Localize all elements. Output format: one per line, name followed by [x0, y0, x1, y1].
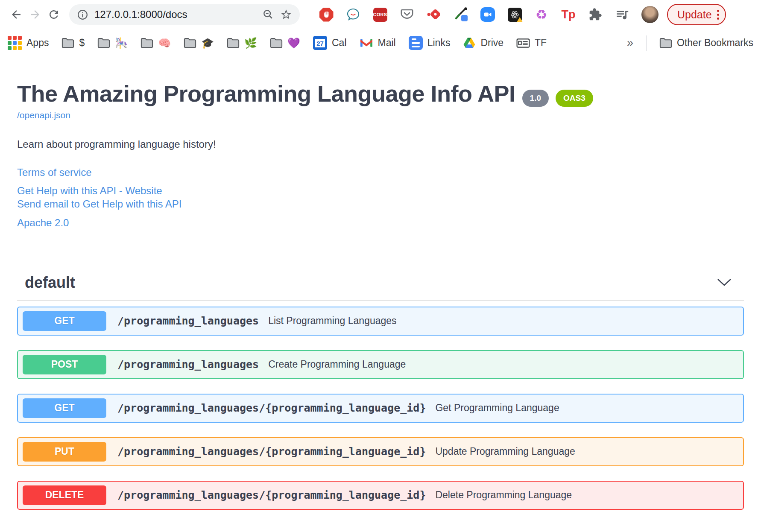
chat-bubble-icon[interactable] [345, 7, 361, 22]
cors-icon[interactable]: CORS [372, 7, 388, 22]
extensions-row: CORS [319, 6, 659, 23]
method-badge: DELETE [23, 485, 106, 505]
bookmark-tf[interactable]: TF [516, 37, 547, 49]
version-badge: 1.0 [522, 90, 549, 107]
reload-icon [47, 8, 60, 21]
endpoint-row-get-list[interactable]: GET /programming_languages List Programm… [17, 307, 744, 336]
endpoint-summary: Create Programming Language [268, 359, 406, 370]
address-bar[interactable]: 127.0.0.1:8000/docs [69, 4, 300, 25]
reload-button[interactable] [44, 5, 63, 24]
site-info-icon[interactable] [77, 9, 88, 20]
gmail-icon [360, 38, 373, 48]
endpoint-summary: Get Programming Language [435, 402, 559, 414]
terms-of-service-link[interactable]: Terms of service [17, 166, 92, 179]
folder-label: $ [79, 37, 85, 49]
apps-label: Apps [26, 37, 49, 49]
endpoint-path: /programming_languages/{programming_lang… [117, 445, 426, 458]
bookmarks-separator [646, 35, 647, 51]
zoom-meetings-icon[interactable] [480, 7, 495, 22]
tag-section-header[interactable]: default [17, 274, 744, 301]
forward-button[interactable] [26, 5, 44, 24]
bookmark-calendar[interactable]: 27 Cal [313, 36, 347, 50]
folder-label: 🌿 [244, 38, 257, 48]
method-badge: PUT [23, 442, 106, 462]
update-button[interactable]: Update [667, 4, 726, 25]
extensions-puzzle-icon[interactable] [588, 7, 603, 22]
folder-icon [61, 38, 74, 48]
method-badge: POST [23, 355, 106, 374]
api-title-row: The Amazing Programming Language Info AP… [17, 81, 744, 107]
url-text[interactable]: 127.0.0.1:8000/docs [94, 9, 256, 20]
tf-card-icon [516, 38, 530, 49]
other-bookmarks[interactable]: Other Bookmarks [659, 37, 753, 49]
warning-triangle-icon [517, 17, 523, 22]
apps-grid-icon [8, 36, 22, 50]
pocket-icon[interactable] [399, 7, 415, 22]
drive-icon [463, 37, 476, 49]
endpoint-summary: Update Programming Language [435, 446, 575, 457]
folder-icon [140, 38, 153, 48]
folder-label: 🧠 [158, 38, 171, 48]
help-email-link[interactable]: Send email to Get Help with this API [17, 197, 182, 210]
folder-label: 🎠 [115, 38, 128, 48]
endpoint-path: /programming_languages [117, 315, 259, 327]
bookmark-mail[interactable]: Mail [360, 37, 396, 49]
bookmark-links[interactable]: Links [409, 36, 451, 50]
forward-arrow-icon [29, 8, 41, 21]
folder-icon [97, 38, 110, 48]
links-label: Links [427, 37, 451, 49]
bookmark-folder-dollar[interactable]: $ [61, 37, 85, 49]
bookmark-folder-carousel[interactable]: 🎠 [97, 38, 128, 48]
endpoint-path: /programming_languages/{programming_lang… [117, 402, 426, 414]
toucan-tp-icon[interactable]: Tp [561, 7, 576, 22]
back-arrow-icon [10, 8, 23, 21]
endpoint-row-put-update[interactable]: PUT /programming_languages/{programming_… [17, 437, 744, 466]
playlist-music-icon[interactable] [615, 7, 630, 22]
endpoint-summary: List Programming Languages [268, 315, 396, 327]
red-diamond-icon[interactable] [426, 7, 442, 22]
endpoint-path: /programming_languages [117, 358, 259, 371]
folder-icon [227, 38, 240, 48]
recycle-icon[interactable]: ♻ [534, 7, 549, 22]
menu-dots-icon[interactable] [717, 10, 719, 20]
license-link[interactable]: Apache 2.0 [17, 216, 69, 229]
bookmark-folder-grad[interactable]: 🎓 [184, 38, 214, 48]
mail-label: Mail [378, 37, 396, 49]
openapi-json-link[interactable]: /openapi.json [17, 110, 70, 120]
help-website-link[interactable]: Get Help with this API - Website [17, 184, 162, 197]
bookmark-folder-heart[interactable]: 💜 [270, 38, 300, 48]
endpoint-summary: Delete Programming Language [435, 489, 572, 501]
folder-icon [184, 38, 196, 48]
bookmarks-overflow-chevron[interactable]: » [627, 36, 633, 50]
adblock-icon[interactable] [319, 7, 334, 22]
other-bookmarks-label: Other Bookmarks [677, 37, 753, 49]
bookmark-star-icon[interactable] [280, 9, 292, 20]
method-badge: GET [23, 398, 106, 418]
tag-name: default [25, 274, 75, 292]
browser-toolbar: 127.0.0.1:8000/docs CORS [0, 0, 761, 29]
react-devtools-icon[interactable] [507, 7, 522, 22]
endpoint-row-delete[interactable]: DELETE /programming_languages/{programmi… [17, 481, 744, 510]
back-button[interactable] [7, 5, 26, 24]
bookmark-folder-brain[interactable]: 🧠 [140, 38, 171, 48]
folder-icon [270, 38, 283, 48]
oas3-badge: OAS3 [556, 90, 593, 107]
folder-icon [659, 38, 672, 48]
bookmark-apps[interactable]: Apps [8, 36, 49, 50]
chevron-down-icon[interactable] [717, 278, 732, 287]
info-links: Terms of service Get Help with this API … [17, 166, 744, 229]
update-label: Update [677, 9, 712, 21]
folder-label: 💜 [287, 38, 300, 48]
bookmark-drive[interactable]: Drive [463, 37, 503, 49]
method-badge: GET [23, 311, 106, 331]
color-picker-icon[interactable] [453, 7, 468, 22]
folder-label: 🎓 [201, 38, 214, 48]
endpoint-row-get-one[interactable]: GET /programming_languages/{programming_… [17, 394, 744, 423]
tf-label: TF [535, 37, 547, 49]
bookmark-folder-herb[interactable]: 🌿 [227, 38, 257, 48]
calendar-icon: 27 [313, 36, 327, 50]
zoom-out-icon[interactable] [262, 9, 274, 20]
drive-label: Drive [480, 37, 503, 49]
profile-avatar[interactable] [641, 6, 659, 23]
endpoint-row-post-create[interactable]: POST /programming_languages Create Progr… [17, 350, 744, 379]
